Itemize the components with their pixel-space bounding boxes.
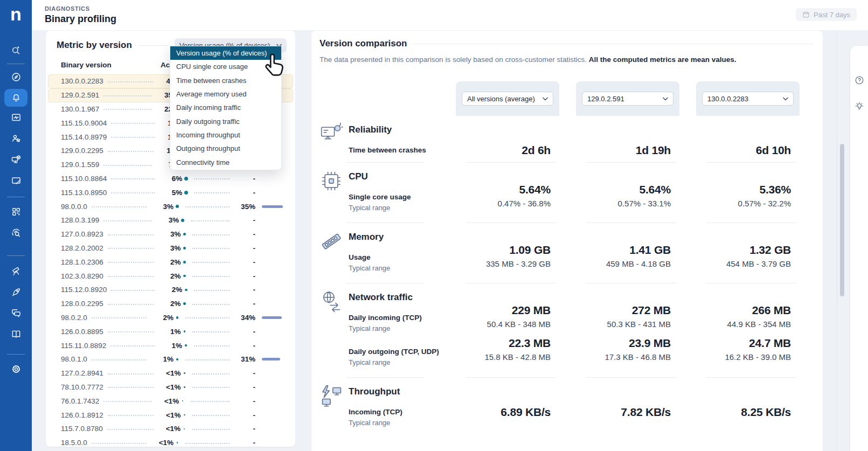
page-title: Binary profiling: [45, 13, 116, 25]
table-row[interactable]: 126.0.1.8912<1%-: [48, 408, 293, 422]
chat-bubbles-icon: [11, 308, 22, 318]
section-label: MemoryUsageTypical range: [320, 227, 439, 272]
version-cell: 98.0.0.0: [61, 203, 87, 211]
metric-value-block: 266 MB44.9 KB - 354 MB: [696, 304, 791, 329]
leader-dots: [108, 304, 154, 305]
metric-value: 229 MB: [456, 304, 551, 317]
sidebar-item-remote-actions[interactable]: [4, 129, 27, 147]
version-select-0[interactable]: All versions (average): [462, 92, 553, 106]
sidebar-item-documentation[interactable]: [4, 325, 27, 343]
version-cell: 98.0.1.0: [61, 355, 87, 363]
table-row[interactable]: 115.12.0.89202%-: [48, 283, 293, 297]
table-row[interactable]: 128.1.0.23062%-: [48, 255, 293, 269]
comparison-note: The data presented in this comparison is…: [320, 55, 813, 64]
bar-zone: [255, 316, 284, 319]
table-row[interactable]: 128.2.0.20023%-: [48, 241, 293, 255]
metric-value-block: 272 MB50.3 KB - 431 MB: [576, 304, 671, 329]
version-select-1[interactable]: 129.0.2.591: [582, 92, 673, 106]
table-row[interactable]: 115.7.0.8780<1%-: [48, 422, 293, 436]
leader-dots: [103, 165, 152, 166]
secondary-cell: -: [234, 286, 255, 294]
menu-option[interactable]: Daily outgoing traffic: [170, 114, 281, 128]
date-range-button[interactable]: Past 7 days: [796, 8, 857, 21]
sidebar-item-monitoring[interactable]: [4, 108, 27, 126]
sidebar-item-discovery[interactable]: [4, 224, 27, 241]
metric-value: 1.32 GB: [696, 244, 791, 256]
comparison-grid: All versions (average)129.0.2.591130.0.0…: [320, 81, 823, 432]
table-row[interactable]: 115.10.0.88646%-: [48, 172, 293, 186]
table-row[interactable]: 128.0.3.1993%-: [48, 213, 293, 227]
table-row[interactable]: 98.0.1.01%31%: [48, 352, 293, 366]
metric-range: 50.3 KB - 431 MB: [576, 320, 671, 329]
version-cell: 130.0.1.967: [61, 105, 99, 113]
version-cell: 76.0.1.7432: [61, 397, 99, 405]
memory-module-icon: [320, 230, 343, 253]
metric-values-col0: 5.64%0.47% - 36.8%: [456, 167, 559, 212]
table-row[interactable]: 127.0.2.8941<1%-: [48, 366, 293, 380]
tips-button[interactable]: [855, 101, 864, 111]
usage-cell: 2%: [151, 314, 173, 322]
sidebar-item-devices[interactable]: [4, 150, 27, 168]
metric-label-block: Single core usageTypical range: [349, 193, 411, 212]
table-row[interactable]: 115.11.0.88921%-: [48, 338, 293, 352]
version-cell: 98.0.2.0: [61, 314, 87, 322]
sidebar-item-feedback[interactable]: [4, 304, 27, 322]
menu-option[interactable]: Connectivity time: [170, 155, 281, 169]
metric-range: 44.9 KB - 354 MB: [696, 320, 791, 329]
chevron-down-icon: [783, 97, 788, 101]
version-cell: 128.0.3.199: [61, 216, 99, 224]
table-row[interactable]: 126.0.0.88951%-: [48, 324, 293, 338]
menu-option[interactable]: Outgoing throughput: [170, 142, 281, 155]
sidebar-item-investigate[interactable]: [4, 262, 27, 280]
menu-option[interactable]: Daily incoming traffic: [170, 101, 281, 114]
table-row[interactable]: 127.0.0.89233%-: [48, 227, 293, 241]
version-cell: 128.1.0.2306: [61, 258, 103, 266]
leader-dots: [194, 192, 230, 193]
sidebar-item-settings[interactable]: [4, 360, 27, 378]
vertical-scrollbar[interactable]: [840, 144, 844, 296]
leader-dots: [108, 373, 154, 374]
leader-dots: [111, 123, 155, 124]
date-range-label: Past 7 days: [814, 11, 850, 19]
menu-option[interactable]: Average memory used: [170, 87, 281, 101]
leader-dots: [92, 359, 147, 360]
metric-value: 272 MB: [576, 304, 671, 317]
menu-option[interactable]: Version usage (% of devices): [170, 46, 281, 60]
menu-option[interactable]: Incoming throughput: [170, 128, 281, 142]
table-row[interactable]: 128.0.0.22952%-: [48, 297, 293, 311]
metric-section-cpu: CPUSingle core usageTypical range5.64%0.…: [320, 163, 823, 223]
leader-dots: [191, 220, 230, 221]
usage-cell: 1%: [151, 355, 173, 363]
version-select-2[interactable]: 130.0.0.2283: [702, 92, 794, 106]
table-row[interactable]: 76.0.1.7432<1%-: [48, 394, 293, 408]
metric-value-block: 7.82 KB/s: [576, 406, 671, 419]
table-row[interactable]: 18.5.0.0<1%-: [48, 436, 293, 447]
table-row[interactable]: 115.13.0.89505%-: [48, 185, 293, 199]
leader-dots: [92, 317, 147, 318]
secondary-cell: -: [234, 272, 255, 280]
usage-cell: 1%: [159, 342, 182, 350]
sidebar-item-alerts[interactable]: [4, 89, 27, 107]
help-button[interactable]: [855, 75, 864, 85]
throughput-monitors-icon: [320, 384, 343, 408]
metric-range: 50.4 KB - 348 MB: [456, 320, 551, 329]
sidebar-item-apps[interactable]: [4, 203, 27, 220]
sidebar-item-ai-search[interactable]: [4, 41, 27, 59]
menu-option[interactable]: Time between crashes: [170, 74, 281, 87]
metric-values-col0: 1.09 GB335 MB - 3.29 GB: [456, 227, 559, 272]
metric-values-col0: 229 MB50.4 KB - 348 MB22.3 MB15.8 KB - 4…: [456, 288, 559, 366]
metric-value-block: 6d 10h: [696, 144, 791, 157]
metric-section-memory: MemoryUsageTypical range1.09 GB335 MB - …: [320, 223, 823, 283]
usage-cell: <1%: [158, 383, 180, 391]
leader-dots: [108, 151, 154, 152]
table-row[interactable]: 102.3.0.82902%-: [48, 269, 293, 283]
menu-option[interactable]: CPU single core usage: [170, 60, 281, 73]
sidebar-item-compass[interactable]: [4, 68, 27, 86]
table-row[interactable]: 98.0.2.02%34%: [48, 311, 293, 325]
logo[interactable]: n: [0, 3, 32, 25]
table-row[interactable]: 78.10.0.7772<1%-: [48, 380, 293, 394]
table-row[interactable]: 98.0.0.03%35%: [48, 199, 293, 213]
cpu-chip-icon: [320, 169, 343, 193]
sidebar-item-launch[interactable]: [4, 283, 27, 301]
sidebar-item-patch[interactable]: [4, 171, 27, 189]
